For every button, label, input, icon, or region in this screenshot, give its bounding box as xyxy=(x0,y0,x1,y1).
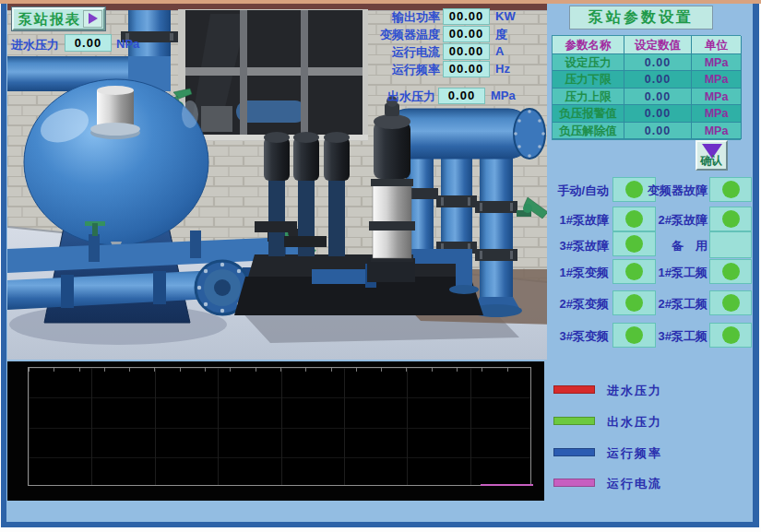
status-label: 2#泵变频 xyxy=(517,296,609,313)
readout-label: 运行频率 xyxy=(392,62,440,78)
readout-output-power: 输出功率 00.00 KW xyxy=(348,8,541,26)
readout-unit: 度 xyxy=(495,27,507,43)
param-value[interactable]: 0.00 xyxy=(624,89,692,105)
report-button[interactable]: 泵站报表 xyxy=(12,7,105,30)
param-unit: MPa xyxy=(692,123,742,139)
readout-label: 运行电流 xyxy=(392,44,440,61)
readout-label: 输出功率 xyxy=(392,9,440,26)
status-label: 2#泵故障 xyxy=(635,212,707,229)
readout-inverter-temp: 变频器温度 00.00 度 xyxy=(348,26,541,43)
inlet-pressure-label: 进水压力 xyxy=(11,37,59,53)
play-icon xyxy=(89,13,98,24)
status-indicator-pump2-fault xyxy=(709,207,752,231)
readout-run-current: 运行电流 00.00 A xyxy=(348,43,541,61)
status-label: 3#泵工频 xyxy=(635,328,707,345)
settings-panel-title: 泵站参数设置 xyxy=(569,6,713,30)
settings-col-header: 单位 xyxy=(692,36,742,54)
param-unit: MPa xyxy=(692,54,742,71)
status-label: 1#泵故障 xyxy=(517,212,609,229)
outlet-pressure-unit: MPa xyxy=(491,89,516,102)
legend-swatch-run-frequency xyxy=(553,448,595,456)
inlet-pressure-value: 0.00 xyxy=(65,34,112,52)
legend-label: 出水压力 xyxy=(607,414,662,431)
legend-item: 运行电流 xyxy=(552,476,753,491)
report-button-label: 泵站报表 xyxy=(18,11,81,29)
param-unit: MPa xyxy=(692,105,742,122)
param-value[interactable]: 0.00 xyxy=(624,54,692,71)
param-name: 设定压力 xyxy=(553,54,624,71)
outlet-pressure-label: 出水压力 xyxy=(387,89,435,105)
status-label: 2#泵工频 xyxy=(635,296,707,313)
readout-unit: Hz xyxy=(495,62,510,76)
param-name: 负压报警值 xyxy=(553,105,624,122)
readout-value: 00.00 xyxy=(443,26,490,42)
status-label: 备 用 xyxy=(635,238,707,254)
outlet-pressure-value: 0.00 xyxy=(438,88,485,104)
settings-col-header: 设定数值 xyxy=(624,36,692,54)
trend-chart xyxy=(7,361,544,501)
readout-value: 00.00 xyxy=(443,61,490,77)
trend-axis-ticks xyxy=(29,368,530,372)
status-label: 变频器故障 xyxy=(635,183,707,199)
param-value[interactable]: 0.00 xyxy=(624,123,692,139)
status-label: 3#泵故障 xyxy=(517,238,609,254)
confirm-button[interactable]: 确认 xyxy=(696,140,728,171)
readout-run-frequency: 运行频率 00.00 Hz xyxy=(348,61,541,78)
param-name: 压力上限 xyxy=(553,89,624,105)
readout-value: 00.00 xyxy=(443,43,490,60)
settings-table: 参数名称 设定数值 单位 设定压力 0.00 MPa 压力下限 0.00 MPa… xyxy=(552,35,741,140)
legend-label: 运行频率 xyxy=(607,445,662,462)
inlet-pressure-unit: NPa xyxy=(116,37,139,51)
param-unit: MPa xyxy=(692,89,742,105)
legend-swatch-outlet-pressure xyxy=(553,417,595,425)
window xyxy=(178,9,368,141)
param-name: 压力下限 xyxy=(553,71,624,88)
legend-item: 进水压力 xyxy=(552,383,753,397)
status-label: 手动/自动 xyxy=(517,183,609,199)
trend-plot-area xyxy=(28,367,531,486)
param-unit: MPa xyxy=(692,71,742,88)
readout-unit: A xyxy=(495,44,504,58)
param-value[interactable]: 0.00 xyxy=(624,71,692,88)
legend-swatch-inlet-pressure xyxy=(553,385,595,394)
status-indicator-pump2-mains xyxy=(709,290,752,315)
legend-swatch-run-current xyxy=(553,479,595,487)
readout-value: 00.00 xyxy=(443,8,490,25)
confirm-button-label: 确认 xyxy=(700,153,722,169)
param-name: 负压解除值 xyxy=(553,123,624,139)
run-current-trace xyxy=(481,484,533,486)
status-label: 1#泵工频 xyxy=(635,265,707,281)
status-label: 1#泵变频 xyxy=(517,265,609,281)
status-indicator-spare xyxy=(709,231,752,258)
inlet-pressure-row: 进水压力 0.00 NPa xyxy=(11,34,168,53)
legend-label: 进水压力 xyxy=(607,383,662,399)
outlet-pressure-row: 出水压力 0.00 MPa xyxy=(343,88,537,105)
readout-label: 变频器温度 xyxy=(380,27,440,43)
report-open-button[interactable] xyxy=(83,10,102,28)
legend-item: 运行频率 xyxy=(552,445,753,460)
pump-station-hmi: 泵站报表 进水压力 0.00 NPa 输出功率 00.00 KW 变频器温度 0… xyxy=(0,0,761,532)
status-indicator-pump1-mains xyxy=(709,259,752,284)
status-label: 3#泵变频 xyxy=(517,328,609,345)
param-value[interactable]: 0.00 xyxy=(624,105,692,122)
status-indicator-vfd-fault xyxy=(709,177,752,202)
status-indicator-pump3-mains xyxy=(709,323,752,348)
settings-col-header: 参数名称 xyxy=(553,36,624,54)
readout-unit: KW xyxy=(495,9,516,23)
legend-label: 运行电流 xyxy=(607,476,662,492)
legend-item: 出水压力 xyxy=(552,414,753,429)
